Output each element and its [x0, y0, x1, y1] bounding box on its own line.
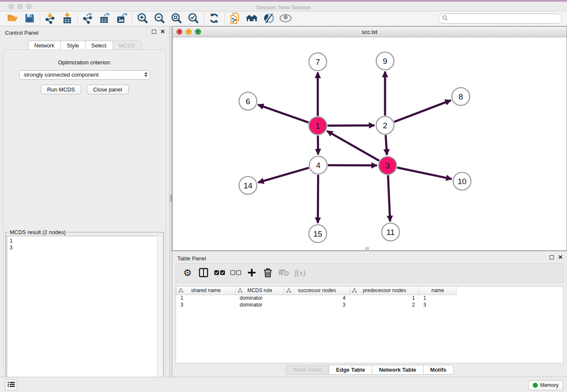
- table-cell[interactable]: 3: [419, 301, 457, 308]
- search-field[interactable]: [438, 14, 562, 24]
- first-neighbors-button[interactable]: [243, 12, 260, 25]
- hide-details-icon: [263, 13, 275, 25]
- tab-style[interactable]: Style: [61, 41, 85, 50]
- graph-edge-2-8[interactable]: [394, 100, 451, 122]
- network-window-titlebar[interactable]: ✕ − + scc.txt: [173, 27, 567, 37]
- graph-edge-3-10[interactable]: [397, 168, 452, 179]
- network-canvas[interactable]: 7968124314101511: [173, 37, 567, 250]
- table-cell[interactable]: 1: [176, 295, 236, 301]
- delete-table-icon: [279, 269, 289, 277]
- table-cell[interactable]: 1: [350, 295, 419, 301]
- export-network-button[interactable]: [80, 12, 96, 25]
- select-all-columns-button[interactable]: [213, 266, 226, 280]
- graph-edge-4-14[interactable]: [258, 168, 309, 182]
- optimization-criterion-select[interactable]: strongly connected component: [19, 70, 150, 80]
- tab-network[interactable]: Network: [28, 41, 61, 50]
- delete-columns-button[interactable]: [261, 266, 274, 280]
- tab-node-table[interactable]: Node Table: [286, 365, 329, 375]
- float-panel-icon[interactable]: [152, 30, 156, 34]
- zoom-fit-button[interactable]: [168, 12, 185, 25]
- graph-node-6[interactable]: 6: [239, 92, 257, 110]
- result-scrollbar[interactable]: [157, 236, 162, 389]
- split-panel-button[interactable]: [197, 266, 210, 280]
- column-header-successor-nodes[interactable]: successor nodes: [284, 287, 350, 295]
- table-cell[interactable]: 3: [284, 301, 350, 308]
- graph-edge-1-6[interactable]: [258, 105, 309, 122]
- unselect-all-columns-button[interactable]: [229, 266, 242, 280]
- graph-node-14[interactable]: 14: [239, 177, 257, 194]
- mcds-result-list[interactable]: 13: [7, 236, 162, 389]
- panel-splitter[interactable]: [169, 26, 172, 377]
- table-settings-icon: ⚙: [183, 268, 192, 279]
- splitter-grip[interactable]: [170, 195, 172, 202]
- show-details-button[interactable]: [277, 12, 294, 25]
- titlebar: Session: New Session: [0, 2, 567, 11]
- tab-mcds[interactable]: MCDS: [113, 41, 141, 50]
- table-settings-button[interactable]: ⚙: [181, 266, 194, 280]
- graph-node-10[interactable]: 10: [453, 172, 471, 190]
- graph-node-15[interactable]: 15: [309, 225, 327, 243]
- task-history-button[interactable]: [5, 379, 17, 390]
- graph-edge-4-15[interactable]: [318, 175, 318, 223]
- graph-node-4[interactable]: 4: [309, 156, 327, 174]
- export-image-button[interactable]: [113, 12, 130, 25]
- table-row[interactable]: 3dominator323: [176, 301, 457, 308]
- table-cell[interactable]: dominator: [236, 295, 284, 301]
- import-network-button[interactable]: [42, 12, 59, 25]
- refresh-button[interactable]: [206, 12, 223, 25]
- table-cell[interactable]: 2: [350, 301, 419, 308]
- graph-node-11[interactable]: 11: [382, 223, 399, 241]
- refresh-icon: [209, 13, 219, 25]
- close-panel-icon[interactable]: ✕: [160, 30, 165, 34]
- delete-table-button[interactable]: [278, 266, 290, 280]
- tab-edge-table[interactable]: Edge Table: [329, 365, 372, 375]
- tab-select[interactable]: Select: [85, 41, 113, 50]
- graph-node-3[interactable]: 3: [379, 157, 396, 174]
- tab-network-table[interactable]: Network Table: [372, 365, 423, 375]
- hide-details-button[interactable]: [260, 12, 277, 25]
- column-header-name[interactable]: name: [419, 287, 457, 295]
- table-cell[interactable]: dominator: [236, 301, 284, 308]
- graph-edge-3-11[interactable]: [388, 175, 390, 221]
- function-builder-button[interactable]: f(x): [294, 266, 306, 280]
- graph-node-2[interactable]: 2: [376, 116, 394, 134]
- table-cell[interactable]: 1: [419, 295, 457, 301]
- column-header-MCDS-role[interactable]: MCDS role: [236, 287, 284, 295]
- search-input[interactable]: [450, 15, 558, 22]
- table-row[interactable]: 1dominator411: [176, 295, 457, 301]
- zoom-out-button[interactable]: [151, 12, 168, 25]
- zoom-in-button[interactable]: [134, 12, 151, 25]
- column-header-predecessor-nodes[interactable]: predecessor nodes: [350, 287, 419, 295]
- tab-motifs[interactable]: Motifs: [423, 365, 454, 375]
- graph-node-1[interactable]: 1: [309, 117, 327, 135]
- save-session-button[interactable]: [21, 12, 38, 25]
- close-table-panel-icon[interactable]: ✕: [558, 255, 563, 259]
- mcds-result-item[interactable]: 3: [10, 244, 160, 251]
- canvas-scrollbar-thumb[interactable]: [365, 247, 369, 250]
- memory-button[interactable]: Memory: [528, 380, 563, 390]
- float-table-panel-icon[interactable]: [550, 255, 554, 259]
- mcds-result-item[interactable]: 1: [10, 237, 160, 244]
- table-cell[interactable]: 3: [176, 301, 236, 308]
- search-icon: [442, 15, 448, 22]
- open-session-button[interactable]: [4, 12, 21, 25]
- graph-node-8[interactable]: 8: [452, 88, 470, 105]
- export-table-button[interactable]: [96, 12, 113, 25]
- graph-edge-1-2[interactable]: [328, 125, 374, 126]
- table-cell[interactable]: 4: [284, 295, 350, 301]
- duplicate-network-button[interactable]: [226, 12, 243, 25]
- graph-edge-3-1[interactable]: [327, 131, 379, 160]
- graph-edge-4-3[interactable]: [328, 165, 377, 166]
- import-table-button[interactable]: [59, 12, 76, 25]
- graph-edge-2-3[interactable]: [385, 135, 387, 155]
- application-window: Session: New Session: [0, 0, 567, 392]
- add-column-button[interactable]: [245, 266, 258, 280]
- graph-node-7[interactable]: 7: [309, 53, 327, 71]
- node-table[interactable]: shared nameMCDS rolesuccessor nodesprede…: [176, 286, 564, 363]
- column-header-shared-name[interactable]: shared name: [176, 287, 236, 295]
- run-mcds-button[interactable]: Run MCDS: [41, 85, 81, 94]
- zoom-selected-button[interactable]: [185, 12, 202, 25]
- export-table-icon: [99, 13, 111, 25]
- close-panel-button[interactable]: Close panel: [87, 85, 129, 94]
- graph-node-9[interactable]: 9: [376, 52, 394, 70]
